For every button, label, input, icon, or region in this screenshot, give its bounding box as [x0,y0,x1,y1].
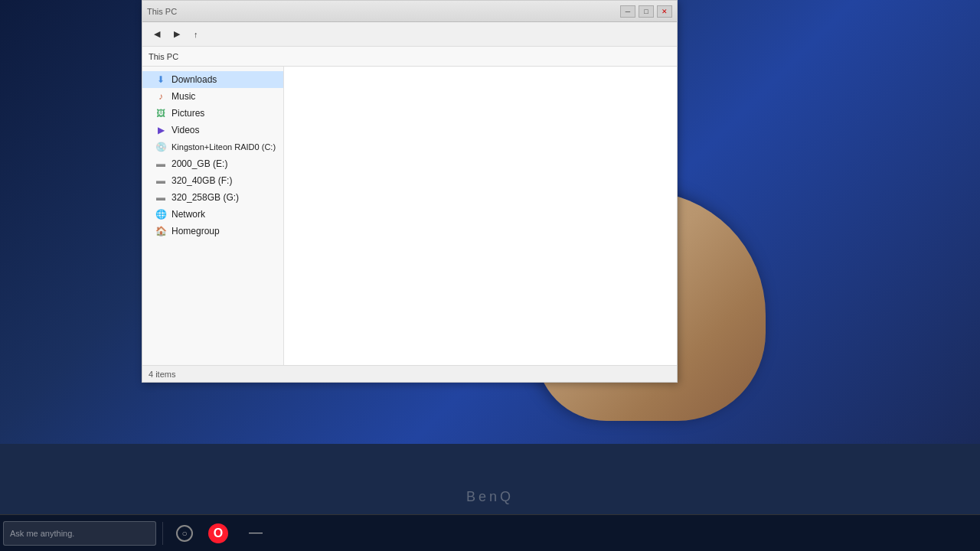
sidebar-label-network: Network [172,209,205,220]
taskbar-pin-1[interactable]: — [237,519,275,548]
status-bar: 4 items [142,365,677,382]
sidebar-item-f-drive[interactable]: ▬ 320_40GB (F:) [142,172,283,189]
up-button[interactable]: ↑ [188,28,204,41]
taskbar: Ask me anything. ○ O — [0,514,980,551]
g-drive-icon: ▬ [155,191,167,204]
sidebar-item-pictures[interactable]: 🖼 Pictures [142,105,283,122]
sidebar-label-e-drive: 2000_GB (E:) [172,158,227,169]
videos-icon: ▶ [155,124,167,136]
pictures-icon: 🖼 [155,107,167,119]
monitor-brand: BenQ [466,489,514,505]
explorer-body: ⬇ Downloads ♪ Music 🖼 Pictures ▶ Videos [142,67,677,365]
pin-dash-icon: — [249,524,263,540]
toolbar: ◀ ▶ ↑ [142,22,677,47]
sidebar-item-homegroup[interactable]: 🏠 Homegroup [142,223,283,240]
taskbar-opera-btn[interactable]: O [203,518,234,549]
e-drive-icon: ▬ [155,158,167,170]
taskbar-separator-1 [162,522,163,545]
address-path: This PC [149,52,178,61]
network-icon: 🌐 [155,208,167,220]
sidebar-label-downloads: Downloads [172,74,217,85]
sidebar-item-g-drive[interactable]: ▬ 320_258GB (G:) [142,189,283,206]
sidebar-item-c-drive[interactable]: 💿 Kingston+Liteon RAID0 (C:) [142,139,283,155]
sidebar-label-music: Music [172,91,195,102]
sidebar-item-downloads[interactable]: ⬇ Downloads [142,71,283,88]
c-drive-icon: 💿 [155,141,167,153]
sidebar: ⬇ Downloads ♪ Music 🖼 Pictures ▶ Videos [142,67,284,365]
close-button[interactable]: ✕ [657,5,672,18]
downloads-icon: ⬇ [155,73,167,86]
sidebar-label-videos: Videos [172,125,199,135]
back-button[interactable]: ◀ [149,27,165,41]
title-bar: This PC ─ □ ✕ [142,1,677,22]
sidebar-label-g-drive: 320_258GB (G:) [172,192,239,203]
sidebar-label-pictures: Pictures [172,108,204,119]
cortana-icon: ○ [176,525,193,542]
homegroup-icon: 🏠 [155,225,167,237]
maximize-button[interactable]: □ [639,5,654,18]
item-count: 4 items [149,370,175,379]
taskbar-icon-circles[interactable]: ○ [169,518,200,549]
minimize-button[interactable]: ─ [620,5,635,18]
screen: ADATA micro SD LOCK This PC ─ □ ✕ ◀ ▶ ↑ … [0,0,980,551]
sidebar-label-f-drive: 320_40GB (F:) [172,175,232,186]
taskbar-search[interactable]: Ask me anything. [3,521,156,546]
address-bar[interactable]: This PC [142,47,677,67]
f-drive-icon: ▬ [155,174,167,187]
main-content [284,67,677,365]
search-placeholder: Ask me anything. [10,529,74,538]
music-icon: ♪ [155,90,167,103]
sidebar-label-homegroup: Homegroup [172,226,220,236]
forward-button[interactable]: ▶ [168,27,185,41]
sidebar-item-e-drive[interactable]: ▬ 2000_GB (E:) [142,155,283,172]
window-title: This PC [147,7,177,16]
window-controls: ─ □ ✕ [620,5,672,18]
sidebar-label-c-drive: Kingston+Liteon RAID0 (C:) [172,142,276,152]
sidebar-item-music[interactable]: ♪ Music [142,88,283,105]
sidebar-item-videos[interactable]: ▶ Videos [142,122,283,139]
explorer-window: This PC ─ □ ✕ ◀ ▶ ↑ This PC ⬇ Downlo [142,0,678,383]
opera-icon: O [208,523,228,543]
sidebar-item-network[interactable]: 🌐 Network [142,206,283,223]
